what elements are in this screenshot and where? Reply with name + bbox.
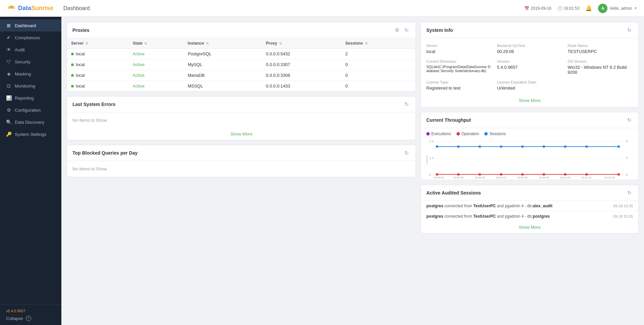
blocked-queries-title: Top Blocked Queries per Day	[72, 150, 138, 156]
sort-state-icon[interactable]: ⇅	[144, 42, 147, 45]
proxy-state: Active	[129, 70, 184, 81]
license-expiry-label: License Expiration Date:	[497, 80, 562, 84]
collapse-label: Collapse	[6, 316, 23, 321]
session-time: 09-18 15:35	[613, 204, 633, 208]
sidebar-item-masking[interactable]: ◈ Masking	[0, 68, 61, 80]
svg-point-24	[479, 173, 481, 176]
throughput-legend: Executions Operation Sessions	[421, 128, 638, 136]
errors-show-more: Show More	[67, 128, 416, 140]
proxy-server: local	[67, 70, 129, 81]
svg-text:2.4: 2.4	[429, 140, 433, 143]
system-info-show-more-link[interactable]: Show More	[519, 98, 541, 103]
svg-point-19	[564, 146, 566, 148]
active-sessions-card: Active Audited Sessions ↻ postgres conne…	[421, 185, 639, 233]
col-server: Server ⇅	[67, 38, 129, 49]
sidebar-label-system-settings: System Settings	[15, 132, 46, 137]
sidebar-label-security: Security	[15, 59, 31, 64]
help-icon[interactable]: ?	[26, 316, 31, 321]
proxy-server: local	[67, 81, 129, 92]
proxies-card: Proxies ⚙ ↻ Server ⇅ State ⇅ Instance ⇅ …	[67, 22, 416, 92]
proxies-refresh-button[interactable]: ↻	[403, 26, 410, 34]
list-item: postgres connected from TestUserPC and p…	[421, 211, 638, 221]
sidebar-item-reporting[interactable]: 📊 Reporting	[0, 92, 61, 104]
sidebar-label-monitoring: Monitoring	[15, 84, 35, 89]
svg-point-29	[585, 173, 588, 176]
svg-text:16:00:15: 16:00:15	[496, 176, 506, 178]
system-info-show-more: Show More	[421, 96, 638, 107]
sidebar-item-compliances[interactable]: ✔ Compliances	[0, 32, 61, 44]
throughput-title: Current Throughput	[426, 117, 471, 123]
license-type-value: Registered to test	[426, 86, 492, 91]
col-proxy: Proxy ⇅	[262, 38, 341, 49]
shield-icon: 🛡	[6, 59, 11, 64]
sidebar-item-audit[interactable]: 👁 Audit	[0, 44, 61, 56]
svg-point-17	[521, 146, 524, 148]
version-info-value: 5.4.0.9657	[497, 65, 562, 70]
proxy-address: 0.0.0.0:5432	[262, 49, 341, 59]
active-sessions-show-more-link[interactable]: Show More	[519, 225, 541, 230]
proxy-sessions: 2	[341, 49, 416, 59]
user-label: Hello, admin	[609, 6, 632, 11]
errors-refresh-button[interactable]: ↻	[403, 101, 410, 108]
proxies-card-header: Proxies ⚙ ↻	[67, 22, 416, 38]
user-menu[interactable]: A Hello, admin ▼	[598, 4, 637, 13]
proxy-address: 0.0.0.0:3308	[262, 70, 341, 81]
server-label: Server:	[426, 44, 492, 48]
session-host: TestUserPC	[473, 204, 496, 208]
svg-point-27	[543, 173, 545, 176]
svg-text:16:01:00: 16:01:00	[560, 176, 570, 178]
proxy-instance: MSSQL	[184, 81, 262, 92]
blocked-queries-card: Top Blocked Queries per Day ↻ No Items t…	[67, 145, 416, 177]
sidebar-item-monitoring[interactable]: ⊡ Monitoring	[0, 80, 61, 92]
right-column: System Info ↻ Server: local Backend UpTi…	[421, 22, 639, 320]
collapse-button[interactable]: Collapse ?	[6, 316, 55, 321]
uptime-value: 00:29:08	[497, 49, 562, 54]
system-info-refresh-button[interactable]: ↻	[626, 26, 633, 34]
sidebar-footer: v5.4.0.9657 Collapse ?	[0, 305, 61, 325]
calendar-icon: 📅	[524, 6, 529, 11]
proxy-instance: MySQL	[184, 59, 262, 70]
active-sessions-refresh-button[interactable]: ↻	[626, 189, 633, 197]
sidebar-label-dashboard: Dashboard	[15, 23, 36, 28]
session-text: postgres connected from TestUserPC and p…	[426, 204, 552, 208]
svg-text:15:59:30: 15:59:30	[433, 176, 444, 178]
sort-sessions-icon[interactable]: ⇅	[365, 42, 368, 45]
sidebar-item-security[interactable]: 🛡 Security	[0, 56, 61, 68]
monitor-icon: ⊡	[6, 83, 11, 89]
sort-proxy-icon[interactable]: ⇅	[279, 42, 282, 45]
legend-sessions: Sessions	[484, 131, 506, 136]
main-content: Proxies ⚙ ↻ Server ⇅ State ⇅ Instance ⇅ …	[61, 17, 644, 325]
svg-point-21	[618, 146, 620, 148]
cog-icon: ⚙	[6, 107, 11, 113]
operation-legend-dot	[457, 132, 460, 136]
app-body: ⊞ Dashboard ✔ Compliances 👁 Audit 🛡 Secu…	[0, 17, 644, 325]
sidebar: ⊞ Dashboard ✔ Compliances 👁 Audit 🛡 Secu…	[0, 17, 61, 325]
sidebar-item-configuration[interactable]: ⚙ Configuration	[0, 104, 61, 116]
sidebar-item-dashboard[interactable]: ⊞ Dashboard	[0, 19, 61, 32]
svg-point-22	[436, 173, 438, 176]
throughput-refresh-button[interactable]: ↻	[626, 116, 633, 124]
sidebar-item-system-settings[interactable]: 🔑 System Settings	[0, 128, 61, 140]
session-db: alex_audit	[533, 204, 552, 208]
svg-point-13	[436, 146, 438, 148]
blocked-queries-refresh-button[interactable]: ↻	[403, 149, 410, 157]
executions-legend-label: Executions	[431, 131, 451, 136]
header: DataSunrise Dashboard 📅 2019-09-18 🕐 16:…	[0, 0, 644, 17]
sidebar-label-configuration: Configuration	[15, 108, 41, 113]
session-time: 09-18 15:35	[613, 214, 633, 218]
proxy-state: Active	[129, 59, 184, 70]
notifications-icon[interactable]: 🔔	[585, 5, 592, 11]
sort-server-icon[interactable]: ⇅	[86, 42, 88, 45]
errors-show-more-link[interactable]: Show More	[230, 131, 253, 137]
dict-label: Current Dictionary:	[426, 59, 492, 63]
col-sessions: Sessions ⇅	[341, 38, 416, 49]
legend-executions: Executions	[426, 131, 451, 136]
sidebar-item-data-discovery[interactable]: 🔍 Data Discovery	[0, 116, 61, 128]
legend-operation: Operation	[457, 131, 479, 136]
sort-instance-icon[interactable]: ⇅	[206, 42, 209, 45]
svg-text:16:01:30: 16:01:30	[604, 176, 615, 178]
active-sessions-header: Active Audited Sessions ↻	[421, 185, 638, 201]
proxies-settings-button[interactable]: ⚙	[393, 26, 400, 34]
table-row: local Active MSSQL 0.0.0.0:1433 0	[67, 81, 416, 92]
eye-icon: 👁	[6, 47, 11, 52]
